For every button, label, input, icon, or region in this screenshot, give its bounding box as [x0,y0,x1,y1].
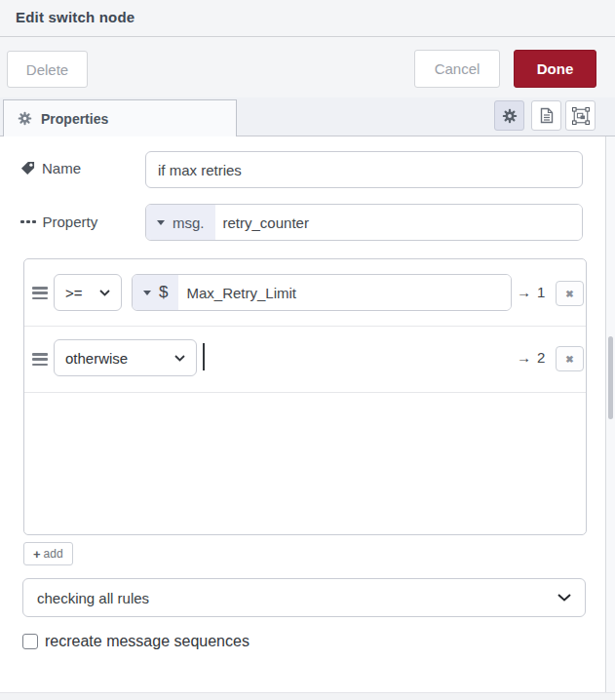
rule-operator-select[interactable]: >= [54,274,122,311]
chevron-down-icon [174,355,185,362]
property-label-row: Property [20,214,97,230]
add-rule-button[interactable]: + add [23,542,73,565]
property-value-input[interactable] [215,205,582,240]
dialog-buttonbar: Delete Cancel Done [0,37,615,97]
property-label: Property [43,214,98,230]
text-cursor [203,343,205,370]
arrow-right-icon: → [517,349,531,366]
chevron-down-icon [557,594,571,602]
done-button[interactable]: Done [514,50,596,88]
tray-footer [0,692,615,700]
caret-down-icon [143,291,151,295]
tab-properties-label: Properties [41,111,108,127]
tab-strip: Properties [0,97,615,136]
x-cross-icon: ✖ [565,289,573,299]
recreate-sequences-label: recreate message sequences [45,633,250,650]
vertical-scrollbar[interactable] [605,136,615,692]
property-typedinput: msg. [145,204,583,241]
rule-mode-select[interactable]: checking all rules [22,578,586,617]
rule-value-input[interactable] [178,275,511,310]
rule-drag-handle[interactable] [32,287,48,299]
rule-operator-value: >= [65,285,83,301]
plus-icon: + [33,547,41,562]
scrollbar-thumb[interactable] [608,336,613,419]
tab-properties[interactable]: Properties [3,99,237,136]
gear-icon [18,111,32,126]
dialog-titlebar: Edit switch node [0,0,615,37]
remove-rule-button[interactable]: ✖ [556,346,584,371]
edit-switch-node-dialog: Edit switch node Delete Cancel Done [0,0,615,700]
rule-output-number: 2 [537,349,545,366]
name-label: Name [42,160,81,176]
properties-tool-button[interactable] [494,100,524,131]
gear-icon [502,108,518,124]
appearance-icon [572,107,590,125]
name-label-row: Name [20,160,81,176]
expression-type-label: $ [159,283,168,302]
rule-drag-handle[interactable] [32,353,48,366]
add-rule-label: add [44,547,63,561]
rule-mode-value: checking all rules [37,590,149,606]
property-type-button[interactable]: msg. [146,205,215,240]
rule-output-label: → 2 [517,349,545,366]
delete-button[interactable]: Delete [7,51,88,88]
name-input[interactable] [145,151,583,188]
chevron-down-icon [99,290,110,296]
dialog-title: Edit switch node [16,9,135,25]
rule-operator-select[interactable]: otherwise [54,339,197,376]
description-icon [540,107,554,124]
appearance-tool-button[interactable] [565,100,596,131]
tag-icon [20,161,35,175]
arrow-right-icon: → [517,284,531,300]
description-tool-button[interactable] [531,100,561,131]
property-type-label: msg. [173,214,205,231]
rule-output-number: 1 [537,284,545,300]
caret-down-icon [157,220,165,225]
recreate-sequences-checkbox[interactable] [22,634,38,649]
x-cross-icon: ✖ [565,354,573,365]
remove-rule-button[interactable]: ✖ [556,281,584,306]
rule-separator [24,392,586,393]
cancel-button[interactable]: Cancel [414,50,500,88]
rule-separator [24,326,586,327]
rule-operator-value: otherwise [65,350,128,367]
rule-output-label: → 1 [517,284,545,300]
rule-value-typedinput: $ [132,274,512,311]
rule-value-type-button[interactable]: $ [133,275,178,310]
ellipsis-icon [20,220,36,224]
